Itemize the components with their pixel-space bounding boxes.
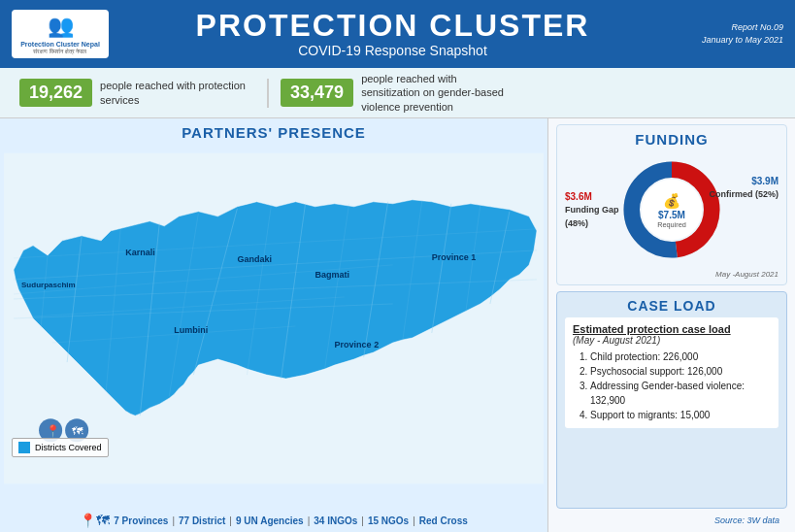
report-period: January to May 2021 (702, 35, 783, 45)
logo-icon: 👥 (48, 14, 74, 39)
header-text: PROTECTION CLUSTER COVID-19 Response Sna… (109, 10, 677, 58)
report-number: Report No.09 (731, 22, 783, 32)
svg-text:Required: Required (657, 220, 686, 229)
caseload-title: CASE LOAD (565, 298, 778, 314)
svg-text:Karnali: Karnali (125, 248, 155, 257)
svg-text:Bagmati: Bagmati (315, 270, 350, 280)
caseload-period: (May - August 2021) (573, 335, 771, 346)
header-subtitle: COVID-19 Response Snapshot (109, 43, 677, 58)
logo-title: Protection Cluster Nepal (20, 41, 100, 49)
partners-title: PARTNERS' PRESENCE (4, 122, 544, 145)
caseload-section: CASE LOAD Estimated protection case load… (556, 291, 787, 509)
svg-text:Sudurpaschim: Sudurpaschim (21, 281, 76, 289)
svg-text:💰: 💰 (663, 192, 681, 210)
svg-text:Lumbini: Lumbini (174, 325, 208, 335)
legend-color (18, 442, 30, 453)
caseload-list: Child protection: 226,000 Psychosocial s… (573, 349, 771, 422)
map-section: PARTNERS' PRESENCE (0, 118, 548, 532)
list-item: Support to migrants: 15,000 (590, 408, 771, 422)
source-line: Source: 3W data (556, 515, 787, 526)
gap-label: $3.6M Funding Gap (48%) (565, 190, 619, 229)
header: 👥 Protection Cluster Nepal संरक्षण विमर्… (0, 0, 795, 68)
stat-divider (267, 79, 269, 108)
footer-un: 9 UN Agencies (236, 515, 304, 526)
svg-text:Province 2: Province 2 (335, 340, 380, 349)
logo-box: 👥 Protection Cluster Nepal संरक्षण विमर्… (12, 10, 109, 59)
list-item: Addressing Gender-based violence: 132,90… (590, 379, 771, 408)
footer-ingos: 34 INGOs (314, 515, 357, 526)
caseload-subtitle: Estimated protection case load (573, 323, 771, 335)
footer-ngos: 15 NGOs (368, 515, 409, 526)
right-section: FUNDING $3.6M Funding Gap (48%) (548, 118, 795, 532)
map-container: Sudurpaschim Karnali Gandaki Bagmati Pro… (4, 145, 544, 492)
svg-text:📍: 📍 (46, 423, 60, 438)
svg-text:Province 1: Province 1 (432, 252, 477, 262)
donut-svg: 💰 $7.5M Required (618, 156, 725, 263)
stat1-number: 19,262 (19, 79, 92, 107)
footer-provinces: 7 Provinces (114, 515, 168, 526)
logo-sub: संरक्षण विमर्शन क्षेत्र नेपाल (33, 49, 86, 55)
svg-text:🗺: 🗺 (72, 425, 83, 437)
caseload-inner: Estimated protection case load (May - Au… (565, 317, 778, 428)
stat2-label: people reached with sensitization on gen… (361, 72, 516, 114)
footer-stats: 📍🗺 7 Provinces | 77 District | 9 UN Agen… (0, 513, 547, 528)
footer-redcross: Red Cross (419, 515, 468, 526)
confirmed-label: $3.9M Confirmed (52%) (709, 175, 778, 201)
report-info: Report No.09 January to May 2021 (677, 21, 783, 46)
legend-label: Districts Covered (35, 443, 102, 452)
page-wrapper: 👥 Protection Cluster Nepal संरक्षण विमर्… (0, 0, 795, 532)
svg-text:$7.5M: $7.5M (658, 210, 685, 220)
svg-text:Gandaki: Gandaki (237, 254, 272, 264)
main-title: PROTECTION CLUSTER (109, 10, 677, 41)
stat-item-2: 33,479 people reached with sensitization… (281, 72, 516, 114)
footer-pin-icon: 📍🗺 (80, 513, 110, 528)
map-legend: Districts Covered (12, 438, 109, 457)
stat-item-1: 19,262 people reached with protection se… (19, 79, 255, 107)
funding-title: FUNDING (565, 131, 778, 148)
list-item: Child protection: 226,000 (590, 349, 771, 364)
stat2-number: 33,479 (281, 79, 353, 107)
stats-bar: 19,262 people reached with protection se… (0, 68, 795, 118)
stat1-label: people reached with protection services (100, 79, 255, 107)
main-content: PARTNERS' PRESENCE (0, 118, 795, 532)
footer-districts: 77 District (179, 515, 225, 526)
funding-section: FUNDING $3.6M Funding Gap (48%) (556, 124, 787, 285)
list-item: Psychosocial support: 126,000 (590, 364, 771, 379)
funding-date: May -August 2021 (565, 270, 778, 279)
donut-wrapper: $3.6M Funding Gap (48%) (565, 151, 778, 268)
